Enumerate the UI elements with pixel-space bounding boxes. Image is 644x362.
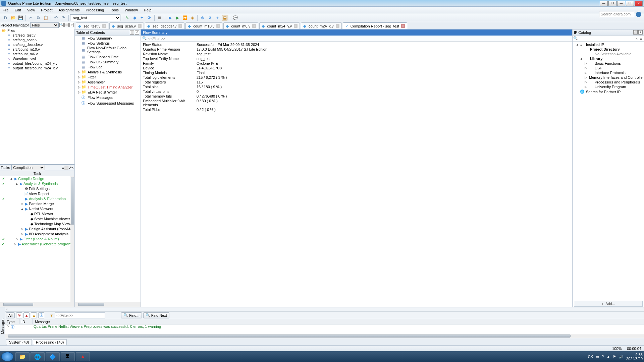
ip-expand-icon[interactable]: ⬜ (633, 30, 638, 35)
menu-file[interactable]: File (3, 8, 9, 12)
acrobat-taskbar-icon[interactable]: ▲ (76, 352, 90, 361)
file-item[interactable]: ∿Waveform.vwf (0, 56, 74, 61)
menu-processing[interactable]: Processing (86, 8, 104, 12)
expand-icon[interactable]: ▷ (78, 70, 82, 74)
editor-tab[interactable]: ✓Compilation Report - seg_test× (343, 22, 408, 29)
tasks-body[interactable]: ✔▲▶Compile Design✔▲▶Analysis & Synthesis… (0, 176, 74, 302)
tray-chevron-icon[interactable]: ▲ (606, 355, 610, 359)
messages-close-icon[interactable]: × (6, 308, 10, 311)
pn-expand-icon[interactable]: ⬜ (64, 23, 69, 27)
col-id[interactable]: ID (19, 319, 33, 324)
file-item[interactable]: ≡src/seg_scan.v (0, 38, 74, 42)
ip-item[interactable]: ▷Processors and Peripherals (573, 80, 644, 84)
tab-close-icon[interactable]: × (138, 24, 142, 28)
expand-icon[interactable]: ▷ (585, 85, 588, 88)
tasks-scrollbar[interactable] (70, 176, 74, 302)
task-item[interactable]: ▷▶I/O Assignment Analysis (0, 232, 74, 237)
files-root[interactable]: 📂Files (0, 28, 74, 33)
messages-tab-system[interactable]: System (48) (6, 339, 32, 345)
ip-list-icon[interactable]: ≡ (638, 30, 643, 35)
chrome-taskbar-icon[interactable]: 🌐 (31, 352, 45, 361)
copy-icon[interactable]: ⧉ (36, 15, 41, 20)
expand-icon[interactable]: ▷ (585, 71, 588, 74)
toc-item[interactable]: ⓘFlow Messages (75, 95, 141, 100)
ip-tree[interactable]: ▲⬥Installed IPProject DirectoryNo Select… (573, 42, 644, 299)
task-item[interactable]: ✔▷▶Assembler (Generate programm (0, 242, 74, 247)
ip-item[interactable]: ▷Interface Protocols (573, 70, 644, 75)
flow-filter[interactable]: 🔍 <<Filter>> (141, 36, 572, 42)
menu-assignments[interactable]: Assignments (59, 8, 80, 12)
tasks-hscroll[interactable] (0, 302, 74, 307)
task-item[interactable]: ◆State Machine Viewer (0, 217, 74, 222)
tray-lang[interactable]: CK (588, 355, 593, 359)
save-icon[interactable]: 💾 (18, 15, 23, 20)
ip-item[interactable]: ▷Memory Interfaces and Controllers (573, 75, 644, 80)
redo-icon[interactable]: ↷ (61, 15, 66, 20)
expand-icon[interactable]: ▲ (15, 182, 19, 185)
toc-body[interactable]: ▦Flow Summary▦Flow Settings▦Flow Non-Def… (75, 36, 141, 302)
ip-item[interactable]: ▷Basic Functions (573, 61, 644, 66)
editor-tab[interactable]: ◆count_m24_x.v× (301, 22, 342, 29)
tasks-close-icon[interactable]: × (72, 166, 74, 170)
toc-undock-icon[interactable]: ↗ (135, 30, 139, 35)
tray-battery-icon[interactable]: ▭ (596, 355, 599, 359)
editor-tab[interactable]: ◆count_m24_y.v× (259, 22, 300, 29)
messages-filter-input[interactable] (55, 312, 105, 318)
col-type[interactable]: Type (5, 319, 19, 324)
toc-item[interactable]: ⓘFlow Suppressed Messages (75, 100, 141, 106)
task-item[interactable]: ▷▶Partition Merge (0, 201, 74, 206)
file-item[interactable]: ≡src/count_m10.v (0, 47, 74, 52)
find-button[interactable]: 🔍Find... (121, 312, 142, 318)
file-item[interactable]: ≡src/seg_test.v (0, 33, 74, 38)
start-button[interactable] (1, 352, 13, 361)
minimize-button[interactable]: — (600, 1, 608, 6)
expand-icon[interactable]: ▲ (576, 43, 579, 46)
minimize2-button[interactable]: — (617, 1, 625, 6)
tab-close-icon[interactable]: × (178, 24, 182, 28)
editor-tab[interactable]: ◆seg_scan.v× (109, 22, 144, 29)
toc-item[interactable]: ▷📁Analysis & Synthesis (75, 69, 141, 74)
tray-help-icon[interactable]: ? (602, 355, 604, 359)
task-item[interactable]: ▲▶Netlist Viewers (0, 206, 74, 212)
stop-icon[interactable]: ⏹ (157, 15, 162, 20)
expand-icon[interactable]: ▷ (78, 85, 82, 89)
tasks-undock-icon[interactable]: ↗ (69, 166, 72, 170)
ip-item[interactable]: Project Directory (573, 47, 644, 52)
toc-item[interactable]: ▦Flow Settings (75, 41, 141, 46)
col-message[interactable]: Message (33, 319, 644, 324)
toc-hscroll[interactable] (75, 302, 141, 307)
tab-close-icon[interactable]: × (294, 24, 298, 28)
ip-item[interactable]: 🌐Search for Partner IP (573, 89, 644, 94)
expand-icon[interactable]: ▷ (20, 227, 24, 231)
expand-icon[interactable]: ▲ (20, 207, 24, 210)
info-filter-icon[interactable]: ⓘ (38, 312, 44, 318)
menu-view[interactable]: View (27, 8, 35, 12)
pin-icon[interactable]: ⌖ (215, 15, 220, 20)
play-icon[interactable]: ▶ (167, 15, 173, 20)
ip-item[interactable]: ▲Library (573, 56, 644, 61)
toc-item[interactable]: ▷📁EDA Netlist Writer (75, 89, 141, 95)
critical-filter-icon[interactable]: ▲ (23, 312, 30, 318)
ip-add-button[interactable]: +Add... (574, 301, 643, 307)
ip-search-input[interactable] (579, 37, 635, 41)
expand-icon[interactable]: ▷ (20, 232, 24, 236)
task-item[interactable]: ✔▲▶Compile Design (0, 176, 74, 181)
editor-tab[interactable]: ◆count_m10.v× (185, 22, 222, 29)
open-icon[interactable]: 📂 (10, 15, 16, 20)
toc-item[interactable]: ▦Flow Non-Default Global Settings (75, 46, 141, 54)
tab-close-icon[interactable]: × (252, 24, 256, 28)
menu-help[interactable]: Help (144, 8, 152, 12)
error-filter-icon[interactable]: ⊗ (16, 312, 22, 318)
tray-clock[interactable]: 9:58 2024/3/29 (626, 353, 643, 361)
editor-tab[interactable]: ◆seg_decoder.v× (145, 22, 185, 29)
project-navigator-dropdown[interactable]: Files (30, 22, 59, 28)
task-item[interactable]: ▷▶Design Assistant (Post-Map (0, 227, 74, 232)
tray-volume-icon[interactable]: 🔊 (619, 355, 624, 359)
expand-icon[interactable]: ▲ (9, 177, 13, 180)
clear-icon[interactable]: × (635, 37, 639, 41)
expand-icon[interactable]: ▷ (13, 242, 17, 246)
pn-search-icon[interactable]: 🔍 (59, 23, 64, 27)
editor-tab[interactable]: ◆seg_test.v× (76, 22, 108, 29)
task-item[interactable]: 📄View Report (0, 191, 74, 196)
wand-icon[interactable]: ✎ (124, 15, 130, 20)
